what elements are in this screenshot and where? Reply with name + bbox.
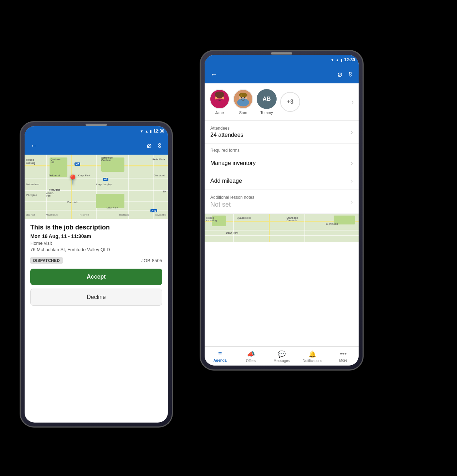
additional-notes-label: Additional lesson notes (210, 195, 351, 200)
manage-inventory-item[interactable]: Manage inventory › (205, 154, 359, 172)
left-phone-screen: 12:30 ← ⌀ ∞ (25, 126, 168, 423)
more-label: More (339, 358, 347, 362)
svg-point-8 (237, 98, 249, 106)
left-map: Ropesrossing Quakers Hill StanhopeGarden… (25, 155, 168, 219)
nav-more[interactable]: ••• More (328, 349, 359, 364)
attendees-value: 24 attendees (210, 132, 351, 138)
battery-icon (340, 58, 343, 62)
job-content: This is the job description Mon 16 Aug, … (25, 219, 168, 311)
manage-inventory-chevron[interactable]: › (351, 159, 353, 167)
offers-label: Offers (246, 359, 256, 363)
messages-label: Messages (273, 359, 290, 363)
left-phone-notch (86, 124, 107, 126)
back-button-right[interactable]: ← (210, 70, 217, 78)
attendee-tommy: AB Tommy (257, 89, 277, 115)
agenda-label: Agenda (214, 358, 227, 362)
job-meta: DISPATCHED JOB-8505 (30, 257, 162, 264)
nav-agenda[interactable]: ≡ Agenda (205, 349, 235, 364)
job-time: Mon 16 Aug, 11 - 11:30am (30, 233, 162, 239)
attendees-row: Jane (205, 83, 359, 121)
right-time: 12:30 (344, 57, 355, 62)
messages-icon: 💬 (278, 350, 286, 358)
job-type: Home visit (30, 240, 162, 246)
nav-notifications[interactable]: 🔔 Notifications (297, 349, 328, 364)
manage-inventory-value: Manage inventory (210, 160, 256, 166)
map-pin: 📍 (67, 174, 78, 185)
left-link-icon[interactable]: ∞ (155, 143, 164, 148)
job-title: This is the job description (30, 224, 162, 231)
attendees-count-chevron[interactable]: › (351, 128, 353, 136)
left-time: 12:30 (153, 129, 164, 134)
ab-avatar: AB (257, 89, 277, 109)
bottom-nav: ≡ Agenda 📣 Offers 💬 Messages 🔔 Notificat… (205, 346, 359, 366)
signal-icon (335, 58, 339, 62)
svg-rect-12 (241, 94, 242, 97)
left-signal-icon (145, 129, 148, 133)
additional-notes-chevron[interactable]: › (351, 198, 353, 206)
attendees-count-item[interactable]: Attendees 24 attendees › (205, 121, 359, 144)
additional-notes-value: Not set (210, 201, 351, 208)
right-phone: 12:30 ← ⌀ ∞ (200, 50, 364, 371)
decline-button[interactable]: Decline (30, 289, 162, 306)
svg-point-11 (239, 93, 247, 97)
back-button-left[interactable]: ← (30, 141, 37, 150)
right-map: Ropescrossing Quakers Hill StanhopeGarde… (205, 214, 359, 242)
right-app-header: ← ⌀ ∞ (205, 65, 359, 83)
svg-point-5 (215, 92, 224, 98)
additional-notes-item[interactable]: Additional lesson notes Not set › (205, 190, 359, 214)
agenda-icon: ≡ (218, 350, 222, 358)
attendee-sam: Sam (233, 89, 253, 115)
add-mileage-chevron[interactable]: › (351, 177, 353, 185)
phone-notch (271, 52, 292, 55)
notifications-label: Notifications (303, 359, 322, 363)
more-icon: ••• (340, 350, 346, 358)
sam-name: Sam (239, 110, 247, 115)
dispatched-badge: DISPATCHED (30, 257, 63, 264)
offers-icon: 📣 (247, 350, 255, 358)
left-phone: 12:30 ← ⌀ ∞ (20, 121, 173, 428)
right-scroll-content[interactable]: Jane (205, 83, 359, 346)
wifi-icon (330, 58, 334, 62)
job-address: 76 McLachlan St, Fortitude Valley QLD (30, 247, 162, 252)
svg-point-2 (214, 98, 225, 106)
attach-icon[interactable]: ⌀ (338, 69, 342, 79)
left-battery-icon (150, 129, 152, 133)
jane-name: Jane (215, 110, 224, 115)
left-wifi-icon (140, 129, 143, 133)
right-phone-screen: 12:30 ← ⌀ ∞ (205, 55, 359, 366)
nav-messages[interactable]: 💬 Messages (266, 349, 297, 364)
notifications-icon: 🔔 (308, 350, 316, 358)
left-status-bar: 12:30 (25, 126, 168, 136)
left-attach-icon[interactable]: ⌀ (147, 141, 152, 150)
attendees-chevron[interactable]: › (351, 98, 354, 106)
attendees-label: Attendees (210, 126, 351, 131)
nav-offers[interactable]: 📣 Offers (235, 349, 266, 364)
required-forms-label: Required forms (205, 144, 359, 154)
add-mileage-item[interactable]: Add mileage › (205, 172, 359, 190)
left-app-header: ← ⌀ ∞ (25, 136, 168, 155)
job-number: JOB-8505 (141, 258, 162, 263)
right-status-bar: 12:30 (205, 55, 359, 65)
attendee-more[interactable]: +3 (280, 92, 300, 112)
accept-button[interactable]: Accept (30, 269, 162, 285)
required-forms-section: Required forms Manage inventory › Add mi… (205, 144, 359, 190)
link-icon[interactable]: ∞ (346, 72, 354, 77)
add-mileage-value: Add mileage (210, 178, 242, 184)
attendee-jane: Jane (210, 89, 230, 115)
tommy-name: Tommy (260, 110, 273, 115)
more-avatar[interactable]: +3 (280, 92, 300, 112)
